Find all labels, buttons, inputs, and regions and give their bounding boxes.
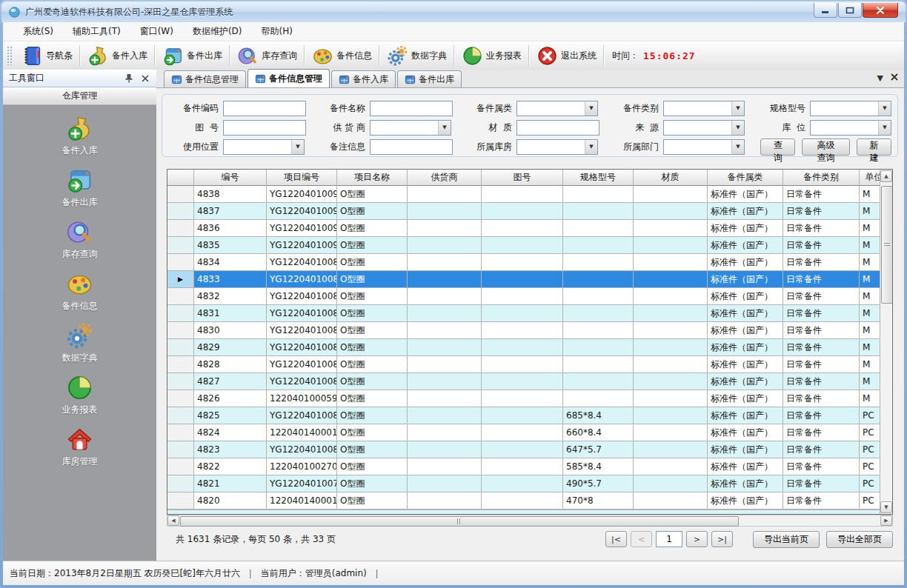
table-row[interactable]: 4836YG12204010091O型圈标准件（国产）日常备件M bbox=[167, 220, 880, 237]
table-row[interactable]: 4838YG12204010093O型圈标准件（国产）日常备件M bbox=[167, 186, 880, 203]
grid-column-header-type[interactable]: 备件类别 bbox=[783, 170, 860, 186]
export-current-page-button[interactable]: 导出当前页 bbox=[753, 531, 820, 548]
table-row[interactable]: 4825YG12204010081O型圈685*8.4标准件（国产）日常备件PC bbox=[167, 407, 880, 424]
next-page-button[interactable]: > bbox=[686, 531, 708, 547]
toolbar-stock-query-button[interactable]: 库存查询 bbox=[230, 43, 304, 68]
horizontal-scrollbar[interactable]: ◀ ▶ bbox=[167, 515, 893, 527]
prev-page-button[interactable]: < bbox=[631, 531, 652, 547]
table-row[interactable]: 48221220401002700O型圈585*8.4标准件（国产）日常备件PC bbox=[167, 458, 880, 475]
table-row[interactable]: 4830YG12204010085O型圈标准件（国产）日常备件M bbox=[167, 322, 880, 339]
toolbar-exit-button[interactable]: 退出系统 bbox=[530, 43, 603, 68]
vertical-scrollbar[interactable]: ▲ ▼ bbox=[880, 170, 892, 514]
search-field-use-position: 使用位置▼ bbox=[167, 139, 313, 155]
toolbar-report-button[interactable]: 业务报表 bbox=[455, 43, 528, 68]
location-select[interactable]: ▼ bbox=[810, 120, 891, 136]
table-row[interactable]: 4828YG12204010083O型圈标准件（国产）日常备件M bbox=[167, 356, 880, 373]
page-number-input[interactable] bbox=[656, 531, 682, 547]
minimize-button[interactable] bbox=[814, 3, 837, 18]
grid-header-selector[interactable] bbox=[167, 170, 194, 186]
scroll-down-icon[interactable]: ▼ bbox=[880, 501, 892, 513]
spec-model-select[interactable]: ▼ bbox=[810, 101, 891, 116]
sidebar-item-parts-out[interactable]: 备件出库 bbox=[62, 167, 98, 209]
grid-column-header-project_name[interactable]: 项目名称 bbox=[337, 170, 408, 186]
table-row[interactable]: 48201220401400013O型圈470*8标准件（国产）日常备件PC bbox=[167, 492, 880, 510]
grid-column-header-unit[interactable]: 单位 bbox=[860, 170, 880, 186]
grid-column-header-material[interactable]: 材质 bbox=[634, 170, 708, 186]
cell-type: 日常备件 bbox=[783, 424, 860, 441]
export-all-pages-button[interactable]: 导出全部页 bbox=[826, 531, 893, 548]
close-button[interactable] bbox=[863, 3, 898, 18]
chevron-down-icon[interactable]: ▼ bbox=[877, 73, 883, 83]
scroll-left-icon[interactable]: ◀ bbox=[167, 515, 179, 526]
grid-column-header-project_no[interactable]: 项目编号 bbox=[267, 170, 337, 186]
table-row[interactable]: 4827YG12204010082O型圈标准件（国产）日常备件M bbox=[167, 373, 880, 390]
sidebar-item-parts-in[interactable]: 备件入库 bbox=[62, 115, 98, 157]
grid-column-header-supplier[interactable]: 供货商 bbox=[408, 170, 482, 186]
advanced-query-button[interactable]: 高级查询 bbox=[802, 138, 850, 156]
table-row[interactable]: 4835YG12204010090O型圈标准件（国产）日常备件M bbox=[167, 237, 880, 254]
search-row-1: 图 号供 货 商▼材 质来 源▼库 位▼ bbox=[167, 119, 893, 136]
last-page-button[interactable]: >| bbox=[711, 531, 733, 547]
sidebar-item-report[interactable]: 业务报表 bbox=[62, 374, 98, 416]
tab-close-icon[interactable] bbox=[891, 73, 898, 83]
grid-column-header-id[interactable]: 编号 bbox=[194, 170, 267, 186]
grid-column-header-category[interactable]: 备件属类 bbox=[708, 170, 783, 186]
new-button[interactable]: 新建 bbox=[857, 138, 891, 156]
menu-item-1[interactable]: 辅助工具(T) bbox=[63, 22, 130, 41]
toolbar-navbar-button[interactable]: 导航条 bbox=[15, 43, 79, 68]
pin-icon[interactable] bbox=[124, 73, 134, 84]
sidebar-item-warehouse[interactable]: 库房管理 bbox=[62, 426, 98, 468]
tab-1-active[interactable]: 备件信息管理 bbox=[247, 69, 330, 87]
part-genus-select[interactable]: ▼ bbox=[516, 101, 598, 116]
warehouse-select[interactable]: ▼ bbox=[516, 139, 598, 155]
grid-column-header-spec[interactable]: 规格型号 bbox=[563, 170, 634, 186]
remark-input[interactable] bbox=[370, 139, 453, 155]
material-input[interactable] bbox=[516, 120, 599, 136]
first-page-button[interactable]: |< bbox=[605, 531, 627, 547]
menu-item-4[interactable]: 帮助(H) bbox=[252, 22, 302, 41]
menu-item-2[interactable]: 窗口(W) bbox=[130, 22, 183, 41]
supplier-select[interactable]: ▼ bbox=[370, 120, 451, 136]
maximize-button[interactable] bbox=[838, 3, 862, 18]
table-row[interactable]: 4823YG12204010080O型圈647*5.7标准件（国产）日常备件PC bbox=[167, 441, 880, 458]
toolbar-data-dict-button[interactable]: 数据字典 bbox=[380, 43, 454, 68]
table-row[interactable]: 4834YG12204010089O型圈标准件（国产）日常备件M bbox=[167, 254, 880, 271]
toolbar-parts-in-button[interactable]: 备件入库 bbox=[81, 43, 154, 68]
sidebar-item-data-dict[interactable]: 数据字典 bbox=[62, 322, 98, 364]
table-row[interactable]: 4821YG12204010079O型圈490*5.7标准件（国产）日常备件PC bbox=[167, 475, 880, 492]
table-row[interactable]: 4829YG12204010084O型圈标准件（国产）日常备件M bbox=[167, 339, 880, 356]
sidebar-item-label: 数据字典 bbox=[62, 352, 98, 364]
tab-3[interactable]: 备件出库 bbox=[397, 70, 462, 87]
horizontal-scroll-thumb[interactable] bbox=[180, 516, 739, 527]
toolbar-grip-handle[interactable] bbox=[7, 46, 12, 65]
toolbar-parts-info-button[interactable]: 备件信息 bbox=[305, 43, 379, 68]
table-row[interactable]: ▶4833YG12204010088O型圈标准件（国产）日常备件M bbox=[167, 271, 880, 288]
department-select[interactable]: ▼ bbox=[663, 139, 745, 155]
part-name-input[interactable] bbox=[370, 101, 453, 116]
part-code-input[interactable] bbox=[223, 101, 306, 116]
source-select[interactable]: ▼ bbox=[663, 120, 745, 136]
sidebar-item-stock-query[interactable]: 库存查询 bbox=[62, 218, 98, 261]
tab-2[interactable]: 备件入库 bbox=[331, 70, 396, 87]
table-row[interactable]: 4831YG12204010086O型圈标准件（国产）日常备件M bbox=[167, 305, 880, 322]
table-row[interactable]: 48261220401000599O型圈标准件（国产）日常备件M bbox=[167, 390, 880, 407]
drawing-no-input[interactable] bbox=[223, 120, 306, 136]
close-icon[interactable] bbox=[140, 73, 150, 84]
tab-0[interactable]: 备件信息管理 bbox=[164, 70, 246, 87]
cell-supplier bbox=[408, 458, 482, 475]
table-row[interactable]: 4832YG12204010087O型圈标准件（国产）日常备件M bbox=[167, 288, 880, 305]
grid-column-header-drawing_no[interactable]: 图号 bbox=[482, 170, 563, 186]
scroll-right-icon[interactable]: ▶ bbox=[880, 515, 892, 526]
table-row[interactable]: 48241220401400012O型圈660*8.4标准件（国产）日常备件PC bbox=[167, 424, 880, 441]
sidebar-item-parts-info[interactable]: 备件信息 bbox=[62, 270, 98, 313]
query-button[interactable]: 查询 bbox=[760, 138, 795, 156]
drawing-no-label: 图 号 bbox=[167, 121, 219, 134]
table-row[interactable]: 4837YG12204010092O型圈标准件（国产）日常备件M bbox=[167, 203, 880, 220]
toolbar-parts-out-button[interactable]: 备件出库 bbox=[156, 43, 229, 68]
menu-item-0[interactable]: 系统(S) bbox=[13, 22, 63, 41]
scroll-up-icon[interactable]: ▲ bbox=[880, 170, 892, 182]
menu-item-3[interactable]: 数据维护(D) bbox=[183, 22, 252, 41]
use-position-select[interactable]: ▼ bbox=[223, 139, 305, 155]
part-category-select[interactable]: ▼ bbox=[663, 101, 745, 116]
vertical-scroll-thumb[interactable] bbox=[881, 186, 893, 304]
